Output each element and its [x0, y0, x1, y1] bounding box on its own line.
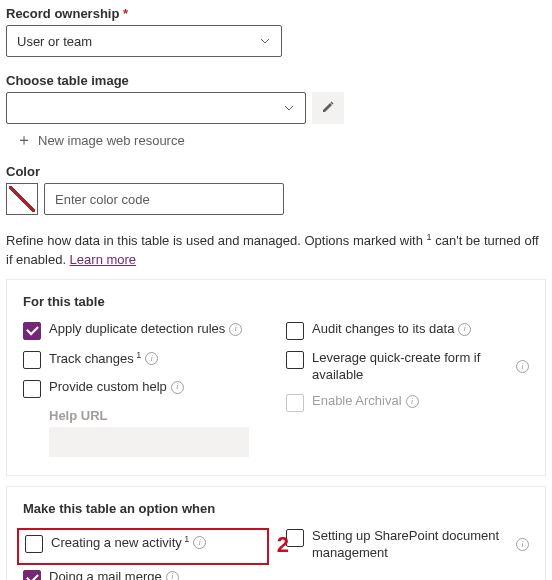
help-url-section: Help URL: [49, 408, 266, 457]
select-value: User or team: [17, 34, 92, 49]
new-image-text: New image web resource: [38, 133, 185, 148]
record-ownership-label: Record ownership *: [6, 6, 546, 21]
info-icon[interactable]: i: [229, 323, 242, 336]
audit-changes-label: Audit changes to its data: [312, 321, 454, 338]
info-icon[interactable]: i: [516, 360, 529, 373]
apply-duplicate-label: Apply duplicate detection rules: [49, 321, 225, 338]
chevron-down-icon: [283, 102, 295, 114]
color-swatch[interactable]: [6, 183, 38, 215]
info-icon[interactable]: i: [193, 536, 206, 549]
table-image-field: Choose table image ＋ New image web resou…: [6, 73, 546, 148]
leverage-quickcreate-checkbox[interactable]: [286, 351, 304, 369]
info-icon[interactable]: i: [516, 538, 529, 551]
table-image-label: Choose table image: [6, 73, 546, 88]
new-activity-checkbox[interactable]: [25, 535, 43, 553]
provide-help-label: Provide custom help: [49, 379, 167, 396]
info-icon[interactable]: i: [166, 571, 179, 580]
label-text: Record ownership: [6, 6, 119, 21]
chevron-down-icon: [259, 35, 271, 47]
enable-archival-label: Enable Archival: [312, 393, 402, 410]
desc-a: Refine how data in this table is used an…: [6, 233, 427, 248]
new-image-link[interactable]: ＋ New image web resource: [6, 132, 546, 148]
table-image-select[interactable]: [6, 92, 306, 124]
record-ownership-select[interactable]: User or team: [6, 25, 282, 57]
info-icon[interactable]: i: [145, 352, 158, 365]
leverage-quickcreate-label: Leverage quick-create form if available: [312, 350, 512, 384]
color-label: Color: [6, 164, 546, 179]
new-activity-label: Creating a new activity 1: [51, 534, 189, 552]
annotation-number: 2: [277, 532, 289, 558]
track-changes-checkbox[interactable]: [23, 351, 41, 369]
record-ownership-field: Record ownership * User or team: [6, 6, 546, 57]
annotation-highlight: 2 Creating a new activity 1 i: [17, 528, 269, 565]
apply-duplicate-checkbox[interactable]: [23, 322, 41, 340]
mail-merge-label: Doing a mail merge: [49, 569, 162, 580]
provide-help-checkbox[interactable]: [23, 380, 41, 398]
color-field: Color: [6, 164, 546, 215]
info-icon[interactable]: i: [171, 381, 184, 394]
panel-title: For this table: [23, 294, 529, 309]
panel-title: Make this table an option when: [23, 501, 529, 516]
required-asterisk: *: [123, 6, 128, 21]
audit-changes-checkbox[interactable]: [286, 322, 304, 340]
plus-icon: ＋: [16, 132, 32, 148]
enable-archival-checkbox: [286, 394, 304, 412]
sharepoint-label: Setting up SharePoint document managemen…: [312, 528, 512, 562]
info-icon[interactable]: i: [458, 323, 471, 336]
for-this-table-panel: For this table Apply duplicate detection…: [6, 279, 546, 476]
pencil-icon: [321, 100, 335, 117]
make-option-panel: Make this table an option when 2 Creatin…: [6, 486, 546, 580]
help-url-label: Help URL: [49, 408, 266, 423]
edit-image-button[interactable]: [312, 92, 344, 124]
learn-more-link[interactable]: Learn more: [70, 252, 136, 267]
color-input[interactable]: [44, 183, 284, 215]
mail-merge-checkbox[interactable]: [23, 570, 41, 580]
info-icon[interactable]: i: [406, 395, 419, 408]
track-changes-label: Track changes 1: [49, 350, 141, 368]
refine-description: Refine how data in this table is used an…: [6, 231, 546, 269]
help-url-input: [49, 427, 249, 457]
